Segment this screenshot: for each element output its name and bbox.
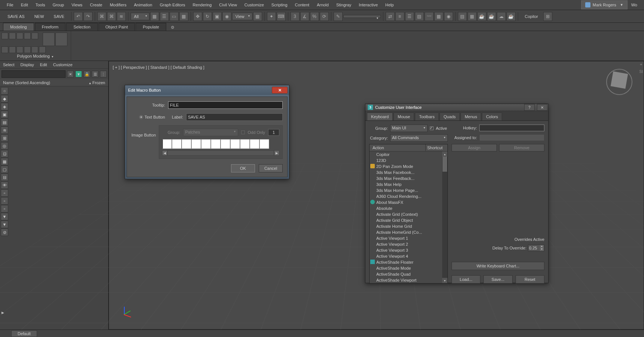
menu-graph-editors[interactable]: Graph Editors xyxy=(156,0,189,9)
filter-xrefs-icon[interactable]: ⊡ xyxy=(1,150,8,157)
action-item[interactable]: ActiveShade Mode xyxy=(370,265,447,271)
action-item[interactable]: 123D xyxy=(370,157,447,163)
render-setup-icon[interactable]: ▤ xyxy=(458,12,467,21)
ribbon-big-1[interactable] xyxy=(43,33,55,46)
scroll-up-icon[interactable]: ▲ xyxy=(442,151,447,157)
layers-icon[interactable]: ☰ xyxy=(405,12,414,21)
rotate-icon[interactable]: ↻ xyxy=(203,12,212,21)
close-button[interactable]: ✕ xyxy=(272,87,288,94)
filter-funnel-icon[interactable]: ▼ xyxy=(1,213,8,220)
group-dropdown[interactable]: Main UI xyxy=(390,125,428,132)
filter-funnel2-icon[interactable]: ▼ xyxy=(1,221,8,228)
save-button[interactable]: Save... xyxy=(483,275,512,284)
filter-container-icon[interactable]: ▢ xyxy=(1,166,8,173)
filter-geometry-icon[interactable]: ◆ xyxy=(1,95,8,102)
filter-none3-icon[interactable]: ▫ xyxy=(1,205,8,212)
action-item[interactable]: 2D Pan Zoom Mode xyxy=(370,163,447,169)
render-cloud-icon[interactable]: ☁ xyxy=(497,12,506,21)
col-action[interactable]: Action xyxy=(370,144,426,151)
scale-icon[interactable]: ▣ xyxy=(213,12,222,21)
select-region-icon[interactable]: ▭ xyxy=(170,12,179,21)
col-shortcut[interactable]: Shortcut xyxy=(426,144,447,151)
view-cube[interactable] xyxy=(606,69,632,95)
filter-none1-icon[interactable]: ▫ xyxy=(1,189,8,197)
redo-icon[interactable]: ↷ xyxy=(83,12,92,21)
qat-save[interactable]: SAVE xyxy=(49,13,69,20)
menu-group[interactable]: Group xyxy=(49,0,68,9)
scrollbar-vertical[interactable]: ▲ ▼ xyxy=(442,151,447,283)
scroll-thumb[interactable] xyxy=(443,157,447,172)
index-input[interactable] xyxy=(268,129,279,136)
tooltip-input[interactable] xyxy=(168,101,283,109)
menu-scripting[interactable]: Scripting xyxy=(268,0,291,9)
ribbon-big-2[interactable] xyxy=(55,33,67,46)
cancel-button[interactable]: Cancel xyxy=(259,164,283,172)
menu-tools[interactable]: Tools xyxy=(32,0,49,9)
scene-search-input[interactable] xyxy=(1,70,66,78)
action-item[interactable]: 3ds Max Facebook... xyxy=(370,169,447,175)
curve-editor-icon[interactable]: 〰 xyxy=(425,12,434,21)
grid-icon[interactable]: ⊞ xyxy=(543,12,552,21)
action-item[interactable]: 3ds Max Help xyxy=(370,181,447,187)
ribbon-btn-b[interactable] xyxy=(9,46,16,53)
link-icon[interactable]: ⌘ xyxy=(97,12,106,21)
percent-snap-icon[interactable]: % xyxy=(310,12,319,21)
window-crossing-icon[interactable]: ▦ xyxy=(179,12,188,21)
filter-groups-icon[interactable]: ◎ xyxy=(1,142,8,150)
scroll-down-icon[interactable]: ▼ xyxy=(442,278,447,283)
scene-tab-select[interactable]: Select xyxy=(3,62,15,67)
scene-tab-display[interactable]: Display xyxy=(21,62,34,67)
subobj-polygon-icon[interactable] xyxy=(24,33,31,39)
cui-tab-mouse[interactable]: Mouse xyxy=(394,113,414,120)
active-checkbox[interactable] xyxy=(430,126,434,130)
filter-none2-icon[interactable]: ▫ xyxy=(1,197,8,205)
select-name-icon[interactable]: ☰ xyxy=(160,12,169,21)
action-item[interactable]: Active Viewport 4 xyxy=(370,253,447,259)
action-item[interactable]: Copitor xyxy=(370,151,447,157)
subobj-vertex-icon[interactable] xyxy=(1,33,8,39)
action-item[interactable]: Active Viewport 3 xyxy=(370,247,447,253)
toggle-ribbon-icon[interactable]: ▤ xyxy=(415,12,424,21)
undo-icon[interactable]: ↶ xyxy=(74,12,83,21)
write-keyboard-chart-button[interactable]: Write Keyboard Chart... xyxy=(452,262,544,270)
action-item[interactable]: Absolute xyxy=(370,205,447,211)
render-preset-icon[interactable]: ☕ xyxy=(487,12,496,21)
cui-tab-quads[interactable]: Quads xyxy=(440,113,460,120)
icon-swatches[interactable] xyxy=(162,139,279,149)
filter-icon[interactable]: ▼ xyxy=(75,71,82,77)
category-dropdown[interactable]: All Commands xyxy=(390,134,448,142)
menu-stingray[interactable]: Stingray xyxy=(332,0,355,9)
menu-help[interactable]: Help xyxy=(382,0,398,9)
filter-frozen-icon[interactable]: ⊟ xyxy=(1,174,8,181)
menu-rendering[interactable]: Rendering xyxy=(189,0,216,9)
image-button-radio[interactable]: Image Button xyxy=(131,133,156,137)
action-item[interactable]: Active Viewport 2 xyxy=(370,241,447,247)
filter-bone-icon[interactable]: ▦ xyxy=(1,158,8,165)
action-item[interactable]: About MassFX xyxy=(370,199,447,205)
placement-icon[interactable]: ◉ xyxy=(222,12,231,21)
select-object-icon[interactable]: ▦ xyxy=(150,12,159,21)
add-icon[interactable]: + xyxy=(640,62,642,67)
menu-arnold[interactable]: Arnold xyxy=(313,0,332,9)
scene-tab-customize[interactable]: Customize xyxy=(53,62,73,67)
scroll-right-icon[interactable]: ▶ xyxy=(274,150,279,156)
filter-helpers-icon[interactable]: ≋ xyxy=(1,126,8,134)
ribbon-tab-populate[interactable]: Populate xyxy=(136,23,166,31)
scroll-track[interactable] xyxy=(167,150,274,156)
menu-content[interactable]: Content xyxy=(291,0,313,9)
cui-tab-keyboard[interactable]: Keyboard xyxy=(367,113,393,120)
scene-tab-edit[interactable]: Edit xyxy=(40,62,47,67)
delay-spinner[interactable]: 0.25 ▲▼ xyxy=(528,245,544,251)
cui-tab-menus[interactable]: Menus xyxy=(461,113,481,120)
filter-all-icon[interactable]: ○ xyxy=(1,87,8,95)
menu-animation[interactable]: Animation xyxy=(130,0,156,9)
ribbon-btn-a[interactable] xyxy=(1,46,8,53)
subobj-element-icon[interactable] xyxy=(31,33,38,39)
action-item[interactable]: ActiveShade Quad xyxy=(370,271,447,277)
menu-modifiers[interactable]: Modifiers xyxy=(106,0,130,9)
ribbon-btn-e[interactable] xyxy=(31,46,38,53)
assign-button[interactable]: Assign xyxy=(452,144,497,151)
cui-tab-toolbars[interactable]: Toolbars xyxy=(415,113,439,120)
ribbon-tab-selection[interactable]: Selection xyxy=(66,23,97,31)
ribbon-tab-object-paint[interactable]: Object Paint xyxy=(98,23,135,31)
